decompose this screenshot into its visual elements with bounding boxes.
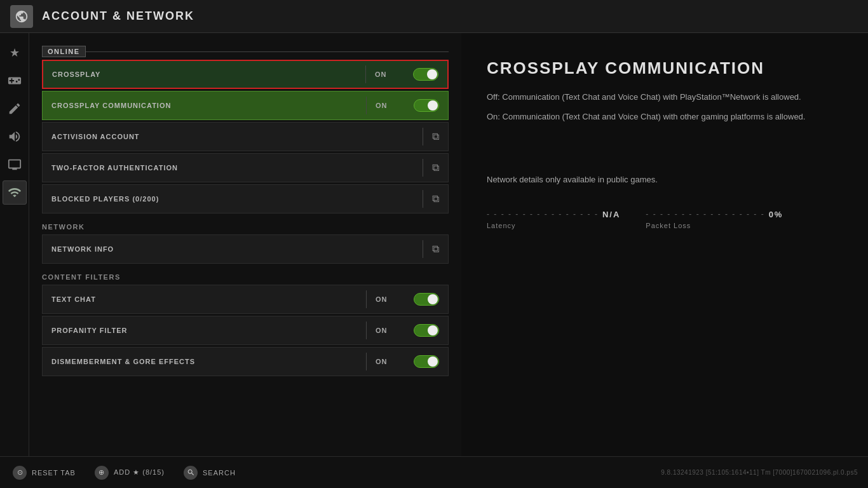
add-icon: ⊕ [95, 466, 109, 480]
online-divider-line [86, 51, 449, 52]
crossplay-toggle[interactable] [413, 68, 438, 81]
crossplay-value: ON [375, 71, 413, 78]
settings-panel: ONLINE CROSSPLAY ON CROSSPLAY COMMUNICAT… [29, 33, 461, 456]
header: ACCOUNT & NETWORK [0, 0, 868, 33]
dismemberment-toggle[interactable] [414, 355, 439, 368]
search-action[interactable]: SEARCH [184, 466, 236, 480]
profanity-filter-label: PROFANITY FILTER [51, 327, 357, 334]
network-info-row[interactable]: NETWORK INFO ⧉ [42, 234, 449, 264]
text-chat-row[interactable]: TEXT CHAT ON [42, 285, 449, 314]
crossplay-label: CROSSPLAY [52, 71, 356, 78]
packet-loss-label: Packet Loss [646, 222, 783, 229]
dismemberment-value: ON [376, 358, 414, 365]
crossplay-comm-value: ON [376, 102, 414, 109]
sidebar-item-audio[interactable] [3, 125, 27, 149]
content-filters-section-label: CONTENT FILTERS [42, 266, 449, 285]
right-panel: CROSSPLAY COMMUNICATION Off: Communicati… [461, 33, 868, 456]
network-info-divider [423, 240, 423, 258]
crossplay-row[interactable]: CROSSPLAY ON [42, 60, 449, 89]
reset-tab-icon: ⊙ [13, 466, 27, 480]
dismemberment-divider [366, 353, 367, 370]
search-icon [184, 466, 198, 480]
two-factor-link-icon: ⧉ [432, 162, 439, 173]
dismemberment-label: DISMEMBERMENT & GORE EFFECTS [51, 358, 357, 365]
blocked-players-label: BLOCKED PLAYERS (0/200) [51, 195, 414, 203]
text-chat-value: ON [376, 295, 414, 303]
network-note: Network details only available in public… [487, 175, 843, 184]
crossplay-comm-toggle[interactable] [414, 99, 439, 112]
profanity-filter-toggle[interactable] [414, 324, 439, 337]
right-panel-desc-off: Off: Communication (Text Chat and Voice … [487, 91, 843, 104]
crossplay-toggle-knob [427, 69, 437, 79]
packet-loss-value: 0% [769, 210, 783, 219]
text-chat-divider [366, 290, 367, 308]
latency-label: Latency [487, 222, 620, 229]
search-label: SEARCH [203, 469, 236, 477]
account-network-icon [15, 10, 29, 24]
profanity-filter-divider [366, 322, 367, 339]
latency-dashes: - - - - - - - - - - - - - - - - N/A [487, 210, 620, 219]
profanity-filter-row[interactable]: PROFANITY FILTER ON [42, 316, 449, 345]
sidebar-item-controller[interactable] [3, 69, 27, 93]
network-stats: - - - - - - - - - - - - - - - - N/A Late… [487, 210, 843, 229]
activision-divider [423, 128, 423, 146]
latency-dashes-line: - - - - - - - - - - - - - - - - [487, 210, 599, 219]
add-favorite-action[interactable]: ⊕ ADD ★ (8/15) [95, 466, 165, 480]
latency-value: N/A [602, 210, 620, 219]
network-section-label: NETWORK [42, 215, 449, 234]
crossplay-divider [365, 65, 366, 83]
packet-loss-dashes-line: - - - - - - - - - - - - - - - - - [646, 210, 764, 219]
sidebar: ★ [0, 33, 29, 456]
blocked-players-row[interactable]: BLOCKED PLAYERS (0/200) ⧉ [42, 184, 449, 214]
two-factor-divider [423, 159, 423, 177]
sidebar-item-display[interactable] [3, 152, 27, 177]
sidebar-item-favorites[interactable]: ★ [3, 41, 27, 65]
dismemberment-row[interactable]: DISMEMBERMENT & GORE EFFECTS ON [42, 347, 449, 376]
text-chat-toggle[interactable] [414, 293, 439, 306]
activision-link-icon: ⧉ [432, 131, 439, 142]
profanity-filter-value: ON [376, 327, 414, 334]
two-factor-row[interactable]: TWO-FACTOR AUTHENTICATION ⧉ [42, 153, 449, 182]
crossplay-comm-row[interactable]: CROSSPLAY COMMUNICATION ON [42, 91, 449, 120]
packet-loss-block: - - - - - - - - - - - - - - - - - 0% Pac… [646, 210, 783, 229]
sidebar-item-account[interactable] [3, 180, 27, 205]
latency-block: - - - - - - - - - - - - - - - - N/A Late… [487, 210, 620, 229]
packet-loss-dashes: - - - - - - - - - - - - - - - - - 0% [646, 210, 783, 219]
header-icon [10, 5, 33, 28]
crossplay-comm-toggle-knob [428, 100, 438, 111]
reset-tab-action[interactable]: ⊙ RESET TAB [13, 466, 76, 480]
activision-label: ACTIVISION ACCOUNT [51, 133, 414, 140]
dismemberment-toggle-knob [428, 356, 438, 367]
blocked-players-divider [423, 190, 423, 208]
add-label: ADD ★ (8/15) [114, 468, 165, 477]
reset-tab-label: RESET TAB [32, 469, 76, 477]
text-chat-toggle-knob [428, 294, 438, 304]
bottom-bar: ⊙ RESET TAB ⊕ ADD ★ (8/15) SEARCH 9.8.13… [0, 456, 868, 488]
activision-account-row[interactable]: ACTIVISION ACCOUNT ⧉ [42, 122, 449, 151]
right-panel-desc-on: On: Communication (Text Chat and Voice C… [487, 111, 843, 124]
crossplay-comm-label: CROSSPLAY COMMUNICATION [51, 102, 357, 109]
right-panel-title: CROSSPLAY COMMUNICATION [487, 58, 843, 78]
blocked-players-link-icon: ⧉ [432, 193, 439, 205]
sidebar-item-edit[interactable] [3, 97, 27, 121]
crossplay-comm-divider [366, 97, 367, 114]
network-info-link-icon: ⧉ [432, 243, 439, 255]
version-text: 9.8.13241923 [51:105:1614•11] Tm [7000]1… [661, 469, 858, 476]
page-title: ACCOUNT & NETWORK [42, 10, 194, 23]
profanity-filter-toggle-knob [428, 325, 438, 336]
main-layout: ★ ONLINE CROSSPLAY ON [0, 33, 868, 456]
network-info-label: NETWORK INFO [51, 245, 414, 253]
online-label: ONLINE [42, 46, 86, 57]
text-chat-label: TEXT CHAT [51, 295, 357, 303]
two-factor-label: TWO-FACTOR AUTHENTICATION [51, 164, 414, 172]
online-section-header: ONLINE [42, 46, 449, 57]
